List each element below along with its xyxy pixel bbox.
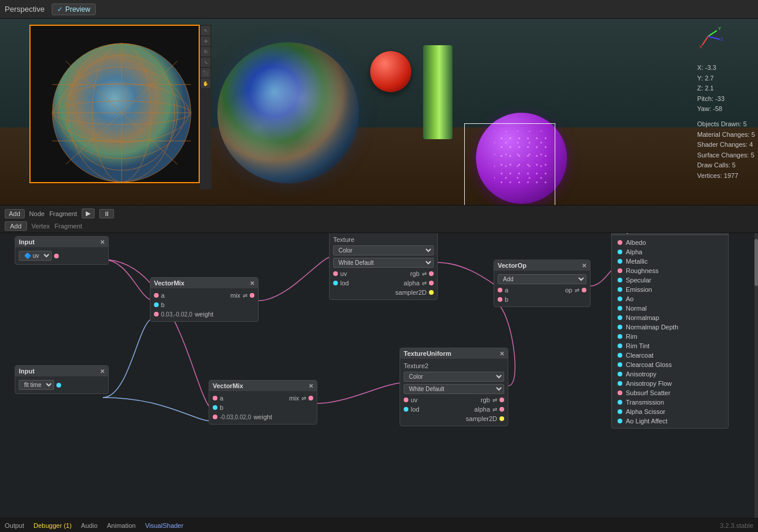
node-tex1-white-row: White Default xyxy=(333,257,434,269)
tab-audio[interactable]: Audio xyxy=(81,522,98,529)
node-vmix1-close[interactable]: ✕ xyxy=(250,280,254,287)
node-input1-close[interactable]: ✕ xyxy=(100,239,105,245)
node-vecop-header: VectorOp ✕ xyxy=(494,260,590,271)
selection-box xyxy=(464,123,555,208)
output-port-rim-tint xyxy=(618,344,622,348)
output-label-ao: Ao xyxy=(626,295,633,302)
node-vmix2-b-port xyxy=(213,405,217,410)
node-tex2-close[interactable]: ✕ xyxy=(499,351,504,357)
node-input1-type-select[interactable]: 🔷 uv xyxy=(19,251,52,261)
output-label-transmission: Transmission xyxy=(626,399,664,406)
stat-y: Y: 2.7 xyxy=(697,73,755,84)
shader-editor[interactable]: Input ✕ 🔷 uv Input ✕ flt time xyxy=(0,221,758,532)
tab-animation[interactable]: Animation xyxy=(107,522,136,529)
perspective-title: Perspective xyxy=(5,5,45,14)
node-vmix2-a-label: a xyxy=(220,395,223,402)
top-bar: Perspective ✓ Preview xyxy=(0,0,758,19)
red-sphere xyxy=(370,51,411,92)
output-port-emission xyxy=(618,287,622,292)
node-input1-body: 🔷 uv xyxy=(15,247,108,264)
node-input1-header: Input ✕ xyxy=(15,237,108,247)
output-label-ao-light-affect: Ao Light Affect xyxy=(626,417,668,425)
node-tex2-white-select[interactable]: White Default xyxy=(404,384,504,394)
node-tex2-title: TextureUniform xyxy=(404,350,451,357)
output-label-alpha: Alpha xyxy=(626,248,642,255)
node-vmix1-b-label: b xyxy=(161,301,165,308)
node-tex2-lod-port xyxy=(404,407,408,412)
node-vecop-b-label: b xyxy=(505,296,508,303)
node-vmix2-close[interactable]: ✕ xyxy=(308,383,313,389)
node-tex1-color-select[interactable]: Color xyxy=(333,245,434,255)
viewport-add-btn[interactable]: Add xyxy=(5,209,25,218)
output-label-clearcoat-gloss: Clearcoat Gloss xyxy=(626,361,672,368)
output-row-rim: Rim xyxy=(615,332,725,341)
stat-objects: Objects Drawn: 5 xyxy=(697,119,755,130)
node-tex1-white-select[interactable]: White Default xyxy=(333,258,434,268)
tool-scale[interactable]: ⤡ xyxy=(201,58,210,67)
node-vecop-close[interactable]: ✕ xyxy=(582,262,586,269)
node-vecop-op-select[interactable]: Add xyxy=(498,274,586,284)
output-port-albedo xyxy=(618,240,622,245)
node-input2-close[interactable]: ✕ xyxy=(100,368,105,375)
node-tex2-alpha-label: alpha xyxy=(474,406,490,413)
output-row-specular: Specular xyxy=(615,275,725,285)
output-label-metallic: Metallic xyxy=(626,258,648,265)
output-port-anisotropy xyxy=(618,372,622,376)
output-row-normal: Normal xyxy=(615,304,725,313)
output-port-subsurf-scatter xyxy=(618,390,622,395)
node-vmix1-weight-val: 0.03,-0.02,0 xyxy=(161,311,192,318)
node-vmix2-b-row: b xyxy=(213,403,313,412)
node-tex1: TextureUniform ✕ Texture Color White Def… xyxy=(329,221,438,300)
node-input2-body: flt time xyxy=(15,376,108,393)
output-row-emission: Emission xyxy=(615,285,725,294)
node-vmix1-a-row: a mix ⇌ xyxy=(154,291,254,300)
tool-transform[interactable]: ⬛ xyxy=(201,68,210,78)
node-input2-type-select[interactable]: flt time xyxy=(19,380,54,390)
node-tex2-sampler-row: sampler2D xyxy=(404,414,504,423)
node-tex1-lod-row: lod alpha ⇌ xyxy=(333,278,434,288)
viewport-btn1[interactable]: ▶ xyxy=(82,208,95,218)
node-tex1-label1-row: Texture xyxy=(333,235,434,244)
tool-select[interactable]: ↖ xyxy=(201,26,210,35)
node-vmix1-title: VectorMix xyxy=(154,280,185,287)
wireframe-globe-svg xyxy=(31,26,199,182)
preview-button[interactable]: ✓ Preview xyxy=(52,4,96,15)
node-tex2-header: TextureUniform ✕ xyxy=(400,348,508,359)
right-scrollbar[interactable] xyxy=(754,221,758,532)
output-row-clearcoat: Clearcoat xyxy=(615,351,725,360)
version-label: 3.2.3.stable xyxy=(720,522,753,529)
node-input2-type-row: flt time xyxy=(19,379,105,391)
stat-surfaces: Surface Changes: 5 xyxy=(697,150,755,161)
tool-rotate[interactable]: ↻ xyxy=(201,47,210,56)
tab-debugger[interactable]: Debugger (1) xyxy=(33,522,72,529)
viewport-btn2[interactable]: ⏸ xyxy=(99,209,114,218)
tab-output[interactable]: Output xyxy=(5,522,24,529)
node-vmix2-weight-label: weight xyxy=(253,413,272,420)
stat-yaw: Yaw: -58 xyxy=(697,104,755,115)
output-port-rim xyxy=(618,334,622,339)
node-vmix2-mix-label: mix xyxy=(289,395,299,402)
tool-pan[interactable]: ✋ xyxy=(201,79,210,88)
scrollbar-thumb[interactable] xyxy=(754,239,758,286)
output-row-albedo: Albedo xyxy=(615,238,725,247)
node-tex1-rgb-label: rgb xyxy=(410,270,420,277)
output-label-roughness: Roughness xyxy=(626,267,659,274)
node-input2: Input ✕ flt time xyxy=(15,365,109,394)
node-tex1-uv-port xyxy=(333,271,338,276)
node-tex2-label1: Texture2 xyxy=(404,362,428,369)
node-vmix1-mix-arrow: ⇌ xyxy=(243,292,247,299)
node-tex2-rgb-port xyxy=(499,398,504,402)
preview-panel-inner xyxy=(31,26,199,182)
tab-visual-shader[interactable]: VisualShader xyxy=(145,522,183,529)
node-tex2-uv-label: uv xyxy=(411,396,418,403)
output-port-specular xyxy=(618,278,622,282)
add-button[interactable]: Add xyxy=(5,221,27,231)
node-vmix1-weight-row: 0.03,-0.02,0 weight xyxy=(154,309,254,319)
tool-move[interactable]: ✛ xyxy=(201,36,210,46)
node-output-body: AlbedoAlphaMetallicRoughnessSpecularEmis… xyxy=(612,235,728,428)
stat-materials: Material Changes: 5 xyxy=(697,130,755,140)
node-tex1-sampler-label: sampler2D xyxy=(395,289,427,296)
node-vmix2-a-port xyxy=(213,396,217,400)
node-tex2-color-select[interactable]: Color xyxy=(404,372,504,382)
node-vmix2-mix-arrow: ⇌ xyxy=(301,395,306,402)
